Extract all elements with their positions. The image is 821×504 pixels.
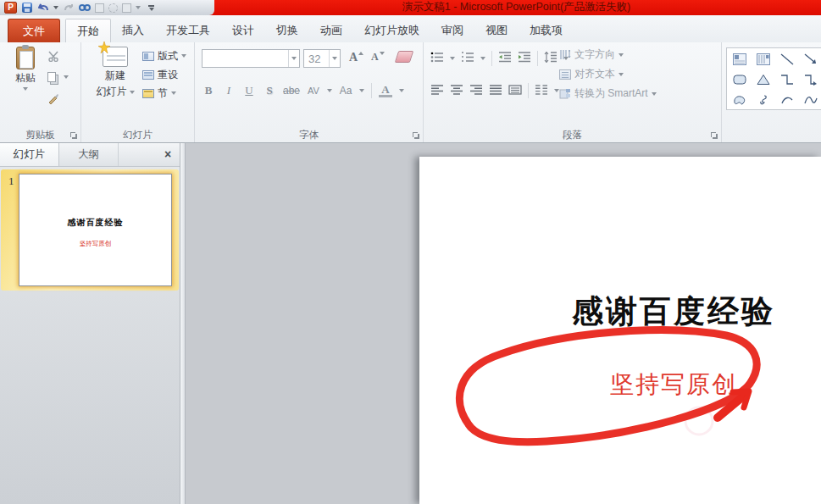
tab-transitions[interactable]: 切换 [265, 19, 309, 42]
shape-textbox-horizontal-icon [733, 53, 746, 65]
slides-panel: 幻灯片 大纲 × 1 感谢百度经验 坚持写原创 [0, 143, 180, 504]
font-color-button[interactable]: A [379, 84, 392, 97]
copy-disabled-icon [95, 3, 104, 13]
underline-button[interactable]: U [242, 84, 256, 97]
tab-file[interactable]: 文件 [8, 19, 60, 42]
tab-view[interactable]: 视图 [474, 19, 519, 42]
thumbnail-title: 感谢百度经验 [19, 217, 171, 229]
shrink-font-button[interactable]: A [371, 51, 385, 64]
shape-rounded-rectangle-icon [733, 74, 746, 86]
layout-button[interactable]: 版式 [142, 49, 186, 63]
tab-addins[interactable]: 加载项 [519, 19, 574, 42]
ribbon-tab-row: 文件 开始 插入 开发工具 设计 切换 动画 幻灯片放映 审阅 视图 加载项 [0, 15, 821, 42]
italic-button[interactable]: I [222, 84, 236, 97]
find-icon[interactable] [79, 2, 91, 14]
slide-thumbnail-row[interactable]: 1 感谢百度经验 坚持写原创 [1, 169, 179, 291]
new-slide-label-line2: 幻灯片 [97, 85, 127, 99]
shape-freeform-icon [733, 94, 746, 106]
shape-scribble-icon [757, 94, 770, 106]
format-painter-button[interactable] [47, 91, 59, 105]
change-case-button[interactable]: Aa [339, 85, 352, 97]
bullets-icon[interactable] [430, 52, 444, 65]
copy-icon [47, 72, 56, 82]
tab-insert[interactable]: 插入 [111, 19, 155, 42]
shapes-gallery[interactable] [726, 47, 821, 110]
grow-font-button[interactable]: A [349, 51, 363, 64]
clear-formatting-icon[interactable] [395, 51, 414, 63]
align-text-button[interactable]: 对齐文本 [559, 67, 657, 81]
paste-dropdown-icon[interactable] [23, 87, 28, 91]
paste-icon [16, 47, 35, 69]
tab-developer[interactable]: 开发工具 [155, 19, 221, 42]
redo-icon[interactable] [63, 2, 75, 14]
customize-qat-icon[interactable] [148, 5, 154, 11]
distribute-icon[interactable] [508, 85, 522, 97]
section-icon [142, 89, 154, 98]
panel-tab-strip: 幻灯片 大纲 × [0, 143, 180, 167]
tab-design[interactable]: 设计 [221, 19, 265, 42]
character-spacing-button[interactable]: AV [307, 86, 320, 96]
thumbnail-subtitle: 坚持写原创 [19, 240, 171, 248]
numbering-icon[interactable] [461, 52, 474, 65]
panel-splitter[interactable] [180, 143, 186, 504]
smartart-icon [559, 88, 571, 99]
shape-elbow-connector-icon [780, 74, 794, 86]
strikethrough-button[interactable]: abe [283, 85, 300, 97]
scissors-icon [47, 51, 59, 62]
shape-textbox-vertical-icon [757, 53, 770, 65]
format-painter-icon [47, 93, 59, 104]
shape-arrow-icon [804, 53, 818, 65]
qat-item-dropdown-icon[interactable] [136, 6, 141, 9]
slide-thumbnail[interactable]: 感谢百度经验 坚持写原创 [19, 174, 172, 286]
text-direction-icon [559, 49, 571, 60]
font-size-combobox[interactable]: 32 [303, 49, 341, 68]
shape-arc-icon [780, 94, 794, 106]
new-slide-icon [103, 47, 128, 67]
editing-canvas: 感谢百度经验 坚持写原创 [186, 143, 821, 504]
grid-icon [122, 3, 131, 13]
decrease-indent-icon[interactable] [498, 52, 512, 65]
tab-review[interactable]: 审阅 [430, 19, 474, 42]
justify-icon[interactable] [489, 85, 502, 97]
slide-title-text[interactable]: 感谢百度经验 [521, 291, 821, 333]
quick-access-toolbar: P [0, 0, 214, 15]
section-button[interactable]: 节 [142, 86, 186, 100]
group-paragraph: 文字方向 对齐文本 转换为 SmartArt 段落 [424, 42, 722, 142]
numbering-dropdown-icon[interactable] [480, 57, 485, 60]
save-icon[interactable] [21, 2, 33, 14]
reset-button[interactable]: 重设 [142, 68, 186, 81]
group-slides: 新建 幻灯片 版式 重设 节 幻灯片 [81, 42, 195, 142]
font-name-combobox[interactable] [202, 49, 300, 68]
columns-icon[interactable] [535, 85, 548, 97]
tab-slideshow[interactable]: 幻灯片放映 [353, 19, 430, 42]
tab-animations[interactable]: 动画 [309, 19, 353, 42]
align-right-icon[interactable] [469, 85, 483, 97]
group-drawing [722, 42, 821, 142]
slide-subtitle-text[interactable]: 坚持写原创 [551, 368, 796, 401]
group-clipboard: 粘贴 剪贴板 [0, 42, 81, 142]
undo-icon[interactable] [37, 2, 49, 14]
paragraph-group-label: 段落 [424, 129, 721, 141]
new-slide-label-line1: 新建 [105, 69, 125, 83]
align-left-icon[interactable] [430, 85, 444, 97]
line-spacing-icon[interactable] [544, 52, 558, 65]
bullets-dropdown-icon[interactable] [450, 57, 455, 60]
panel-tab-outline[interactable]: 大纲 [59, 143, 119, 166]
panel-close-icon[interactable]: × [156, 143, 180, 166]
tab-home[interactable]: 开始 [65, 19, 111, 42]
bold-button[interactable]: B [202, 84, 215, 97]
increase-indent-icon[interactable] [518, 52, 531, 65]
cut-button[interactable] [47, 49, 59, 63]
new-slide-button[interactable]: 新建 幻灯片 [92, 47, 139, 99]
undo-dropdown-icon[interactable] [53, 6, 58, 9]
copy-button[interactable] [47, 70, 69, 84]
slide-editor[interactable]: 感谢百度经验 坚持写原创 [419, 157, 821, 504]
text-direction-button[interactable]: 文字方向 [559, 47, 657, 62]
panel-tab-slides[interactable]: 幻灯片 [0, 143, 59, 166]
group-font: 32 A A B I U S abe AV Aa A 字体 [195, 42, 424, 142]
align-center-icon[interactable] [450, 85, 463, 97]
powerpoint-logo-icon[interactable]: P [4, 2, 17, 14]
text-shadow-button[interactable]: S [263, 84, 276, 97]
convert-smartart-button[interactable]: 转换为 SmartArt [559, 86, 657, 101]
paste-button[interactable]: 粘贴 [7, 47, 44, 91]
